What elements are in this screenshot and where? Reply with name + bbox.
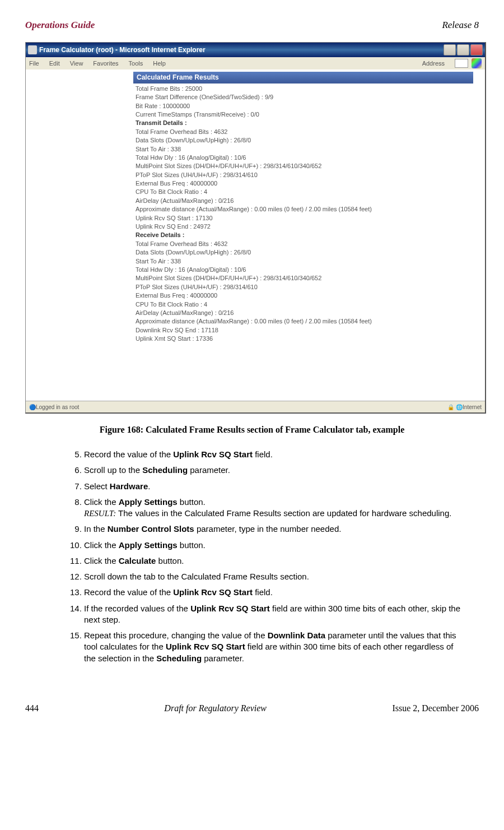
address-label: Address: [422, 60, 445, 67]
minimize-button[interactable]: [444, 44, 456, 55]
step-item: Click the Apply Settings button.RESULT: …: [84, 497, 465, 520]
header-right: Release 8: [442, 20, 479, 31]
step-item: If the recorded values of the Uplink Rcv…: [84, 603, 465, 626]
embedded-screenshot: Frame Calculator (root) - Microsoft Inte…: [25, 42, 486, 414]
result-line: AirDelay (Actual/MaxRange) : 0/216: [133, 309, 485, 317]
result-line: Uplink Rcv SQ Start : 17130: [133, 214, 485, 222]
result-line: PToP Slot Sizes (UH/UH+/UF) : 298/314/61…: [133, 171, 485, 179]
windows-flag-icon: [472, 58, 482, 68]
address-input[interactable]: [455, 59, 468, 68]
step-item: Click the Apply Settings button.: [84, 540, 465, 551]
footer-page-number: 444: [25, 703, 39, 713]
result-line: Receive Details :: [133, 231, 485, 239]
step-list: Record the value of the Uplink Rcv SQ St…: [25, 449, 479, 664]
result-line: Transmit Details :: [133, 119, 485, 127]
result-line: Uplink Xmt SQ Start : 17336: [133, 335, 485, 343]
ie-statusbar: 🔵 Logged in as root 🔒 🌐 Internet: [26, 401, 485, 412]
result-line: Approximate distance (Actual/MaxRange) :…: [133, 317, 485, 326]
ie-titlebar: Frame Calculator (root) - Microsoft Inte…: [26, 43, 485, 57]
result-line: CPU To Bit Clock Ratio : 4: [133, 300, 485, 309]
status-left: Logged in as root: [36, 404, 79, 410]
window-title: Frame Calculator (root) - Microsoft Inte…: [39, 46, 206, 54]
result-line: AirDelay (Actual/MaxRange) : 0/216: [133, 197, 485, 205]
step-item: Record the value of the Uplink Rcv SQ St…: [84, 587, 465, 598]
page-header: Operations Guide Release 8: [25, 20, 479, 31]
result-line: Total Hdw Dly : 16 (Analog/Digital) : 10…: [133, 266, 485, 274]
step-item: Click the Calculate button.: [84, 555, 465, 567]
menu-file[interactable]: File: [29, 60, 39, 67]
step-item: Select Hardware.: [84, 481, 465, 492]
result-line: CPU To Bit Clock Ratio : 4: [133, 188, 485, 196]
maximize-button[interactable]: [457, 44, 469, 55]
ie-content-area: Calculated Frame Results Total Frame Bit…: [26, 69, 485, 401]
result-line: Start To Air : 338: [133, 257, 485, 266]
menu-help[interactable]: Help: [153, 60, 166, 67]
footer-right: Issue 2, December 2006: [392, 703, 479, 713]
result-line: MultiPoint Slot Sizes (DH/DH+/DF/UH+/UF+…: [133, 274, 485, 282]
menu-view[interactable]: View: [70, 60, 83, 67]
result-line: Uplink Rcv SQ End : 24972: [133, 222, 485, 231]
ie-menubar: File Edit View Favorites Tools Help Addr…: [26, 57, 485, 69]
menu-edit[interactable]: Edit: [49, 60, 60, 67]
result-line: Total Hdw Dly : 16 (Analog/Digital) : 10…: [133, 154, 485, 162]
footer-center: Draft for Regulatory Review: [39, 703, 392, 713]
result-line: Frame Start Difference (OneSided/TwoSide…: [133, 93, 485, 101]
status-right: Internet: [463, 404, 482, 410]
result-line: MultiPoint Slot Sizes (DH/DH+/DF/UH+/UF+…: [133, 162, 485, 170]
results-pane: Calculated Frame Results Total Frame Bit…: [133, 69, 485, 401]
result-line: Approximate distance (Actual/MaxRange) :…: [133, 205, 485, 214]
result-line: External Bus Freq : 40000000: [133, 179, 485, 188]
menu-favorites[interactable]: Favorites: [93, 60, 118, 67]
close-button[interactable]: [470, 44, 483, 55]
menu-tools[interactable]: Tools: [129, 60, 143, 67]
result-line: PToP Slot Sizes (UH/UH+/UF) : 298/314/61…: [133, 283, 485, 291]
result-line: Data Slots (Down/UpLow/UpHigh) : 26/8/0: [133, 248, 485, 257]
result-line: Start To Air : 338: [133, 145, 485, 154]
step-item: Scroll down the tab to the Calculated Fr…: [84, 571, 465, 582]
figure-caption: Figure 168: Calculated Frame Results sec…: [25, 425, 479, 435]
result-line: Total Frame Bits : 25000: [133, 85, 485, 93]
result-line: Current TimeStamps (Transmit/Receive) : …: [133, 110, 485, 119]
result-line: Data Slots (Down/UpLow/UpHigh) : 26/8/0: [133, 136, 485, 145]
step-item: Record the value of the Uplink Rcv SQ St…: [84, 449, 465, 460]
ie-icon: [28, 45, 37, 54]
step-item: In the Number Control Slots parameter, t…: [84, 523, 465, 535]
page-footer: 444 Draft for Regulatory Review Issue 2,…: [25, 703, 479, 713]
section-head: Calculated Frame Results: [133, 72, 473, 84]
header-left: Operations Guide: [25, 20, 95, 31]
step-item: Repeat this procedure, changing the valu…: [84, 630, 465, 664]
result-line: Total Frame Overhead Bits : 4632: [133, 128, 485, 136]
result-line: External Bus Freq : 40000000: [133, 291, 485, 300]
result-line: Total Frame Overhead Bits : 4632: [133, 240, 485, 248]
step-item: Scroll up to the Scheduling parameter.: [84, 465, 465, 476]
result-line: Downlink Rcv SQ End : 17118: [133, 326, 485, 335]
result-line: Bit Rate : 10000000: [133, 102, 485, 110]
